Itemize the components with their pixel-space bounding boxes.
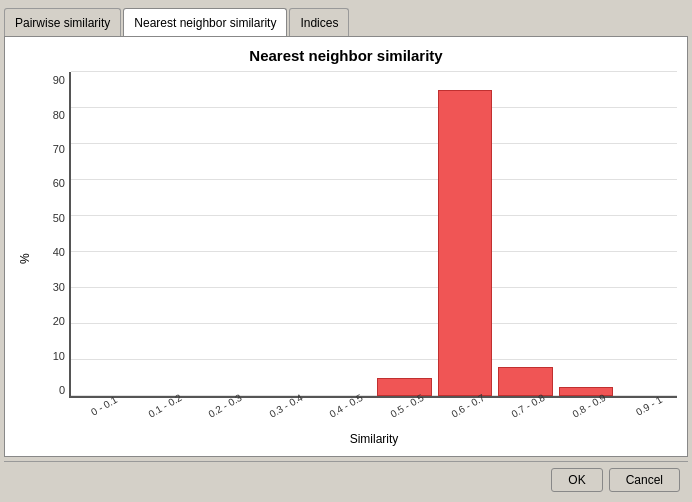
y-ticks: 0102030405060708090 — [37, 72, 69, 398]
ok-button[interactable]: OK — [551, 468, 602, 492]
grid-line — [71, 323, 677, 324]
tab-indices[interactable]: Indices — [289, 8, 349, 36]
chart-inner: 0102030405060708090 — [37, 72, 677, 398]
grid-line — [71, 179, 677, 180]
bottom-bar: OK Cancel — [4, 461, 688, 498]
y-tick: 70 — [37, 143, 69, 155]
main-content: Nearest neighbor similarity % 0102030405… — [4, 36, 688, 457]
cancel-button[interactable]: Cancel — [609, 468, 680, 492]
grid-line — [71, 71, 677, 72]
y-tick: 90 — [37, 74, 69, 86]
chart-with-axes: 0102030405060708090 0 - 0.10.1 - 0.20.2 … — [37, 72, 677, 446]
bar — [438, 90, 493, 396]
y-tick: 60 — [37, 177, 69, 189]
tab-nearest[interactable]: Nearest neighbor similarity — [123, 8, 287, 36]
y-tick: 50 — [37, 212, 69, 224]
grid-line — [71, 359, 677, 360]
tab-pairwise[interactable]: Pairwise similarity — [4, 8, 121, 36]
grid-line — [71, 287, 677, 288]
y-tick: 10 — [37, 350, 69, 362]
chart-area: % 0102030405060708090 0 - 0.10.1 - 0.20.… — [15, 72, 677, 446]
grid-line — [71, 143, 677, 144]
y-tick: 80 — [37, 109, 69, 121]
y-tick: 20 — [37, 315, 69, 327]
y-tick: 40 — [37, 246, 69, 258]
grid-line — [71, 107, 677, 108]
chart-title: Nearest neighbor similarity — [15, 47, 677, 64]
x-ticks: 0 - 0.10.1 - 0.20.2 - 0.30.3 - 0.40.4 - … — [71, 401, 677, 412]
y-tick: 30 — [37, 281, 69, 293]
tab-bar: Pairwise similarity Nearest neighbor sim… — [0, 0, 692, 36]
y-tick: 0 — [37, 384, 69, 396]
y-axis-label: % — [15, 72, 35, 446]
grid-line — [71, 215, 677, 216]
plot-area — [69, 72, 677, 398]
grid-line — [71, 251, 677, 252]
x-axis-label: Similarity — [71, 432, 677, 446]
